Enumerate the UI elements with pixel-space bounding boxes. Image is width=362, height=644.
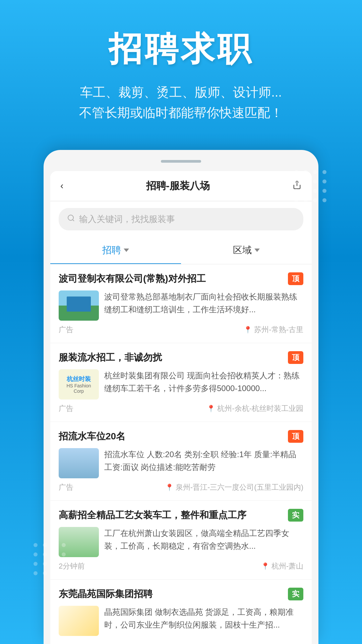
- location-icon: 📍: [207, 405, 215, 413]
- app-screen: ‹ 招聘-服装八场 输入关键词，找找服装事: [50, 171, 312, 644]
- phone-mockup: ‹ 招聘-服装八场 输入关键词，找找服装事: [44, 150, 318, 644]
- job-card-header: 招流水车位20名 顶: [59, 430, 303, 443]
- location-text: 杭州-余杭-杭丝时装工业园: [217, 404, 303, 414]
- hero-subtitle-line1: 车工、裁剪、烫工、版师、设计师...: [20, 82, 342, 103]
- job-location: 📍 杭州-余杭-杭丝时装工业园: [207, 404, 303, 414]
- job-description: 招流水车位 人数:20名 类别:全职 经验:1年 质量:半精品 工资:面议 岗位…: [104, 448, 303, 474]
- job-body: 工厂在杭州萧山女装园区，做高端全精品工艺四季女装，工价高，长期稳定，有宿舍空调热…: [59, 527, 303, 557]
- job-title: 高薪招全精品工艺女装车工，整件和重点工序: [59, 509, 285, 522]
- screen-header: ‹ 招聘-服装八场: [50, 171, 312, 201]
- job-body: 波司登常熟总部基地制衣厂面向社会招收长期服装熟练缝纫工和缝纫工培训生，工作生活环…: [59, 290, 303, 321]
- search-bar[interactable]: 输入关键词，找找服装事: [59, 208, 303, 230]
- list-item[interactable]: 波司登制衣有限公司(常熟)对外招工 顶 波司登常熟总部基地制衣厂面向社会招收长期…: [50, 264, 312, 343]
- job-body: 杭丝时装 HS Fashion Corp 杭丝时装集团有限公司 现面向社会招收精…: [59, 369, 303, 399]
- job-list: 波司登制衣有限公司(常熟)对外招工 顶 波司登常熟总部基地制衣厂面向社会招收长期…: [50, 264, 312, 644]
- brand-subtext: HS Fashion Corp: [61, 383, 96, 394]
- job-location: 📍 苏州-常熟-古里: [244, 325, 303, 335]
- job-card-header: 波司登制衣有限公司(常熟)对外招工 顶: [59, 272, 303, 285]
- list-item[interactable]: 招流水车位20名 顶 招流水车位 人数:20名 类别:全职 经验:1年 质量:半…: [50, 422, 312, 501]
- location-icon: 📍: [244, 326, 252, 334]
- ad-label: 广告: [59, 325, 73, 335]
- phone-handle: [161, 160, 201, 163]
- job-description: 晶苑国际集团 做制衣选晶苑 货源足，工资高，粮期准时，公司东业生产制织位闲服装，…: [104, 606, 303, 632]
- top-badge: 顶: [288, 272, 303, 285]
- search-icon: [67, 214, 75, 224]
- brand-text: 杭丝时装: [61, 375, 96, 383]
- tab-recruit[interactable]: 招聘: [50, 237, 181, 264]
- decorative-dots-right: [294, 170, 328, 204]
- location-text: 泉州-晋江-三六一度公司(五里工业园内): [176, 482, 303, 492]
- list-item[interactable]: 高薪招全精品工艺女装车工，整件和重点工序 实 工厂在杭州萧山女装园区，做高端全精…: [50, 501, 312, 580]
- job-body: 招流水车位 人数:20名 类别:全职 经验:1年 质量:半精品 工资:面议 岗位…: [59, 448, 303, 478]
- hero-section: 招聘求职 车工、裁剪、烫工、版师、设计师... 不管长期或临时都能帮你快速匹配！: [0, 0, 362, 137]
- hero-subtitle: 车工、裁剪、烫工、版师、设计师... 不管长期或临时都能帮你快速匹配！: [20, 82, 342, 123]
- job-location: 📍 杭州-萧山: [261, 561, 303, 571]
- job-footer: 广告 📍 杭州-余杭-杭丝时装工业园: [59, 404, 303, 414]
- job-description: 杭丝时装集团有限公司 现面向社会招收精英人才：熟练缝纫车工若干名，计件多劳多得5…: [104, 369, 303, 395]
- chevron-down-icon: [254, 249, 260, 252]
- decorative-dots-left: [34, 543, 68, 577]
- hero-subtitle-line2: 不管长期或临时都能帮你快速匹配！: [20, 103, 342, 123]
- tab-region-label: 区域: [233, 244, 252, 257]
- svg-line-2: [73, 220, 74, 221]
- job-card-header: 服装流水招工，非诚勿扰 顶: [59, 351, 303, 364]
- back-button[interactable]: ‹: [60, 180, 63, 191]
- job-footer: 广告 📍 苏州-常熟-古里: [59, 325, 303, 335]
- top-badge: 顶: [288, 351, 303, 364]
- filter-tabs: 招聘 区域: [50, 237, 312, 264]
- job-title: 东莞晶苑国际集团招聘: [59, 588, 285, 600]
- job-card-header: 高薪招全精品工艺女装车工，整件和重点工序 实: [59, 509, 303, 522]
- job-description: 波司登常熟总部基地制衣厂面向社会招收长期服装熟练缝纫工和缝纫工培训生，工作生活环…: [104, 290, 303, 316]
- job-description: 工厂在杭州萧山女装园区，做高端全精品工艺四季女装，工价高，长期稳定，有宿舍空调热…: [104, 527, 303, 553]
- job-image: [59, 606, 99, 636]
- svg-point-1: [68, 215, 73, 220]
- list-item[interactable]: 服装流水招工，非诚勿扰 顶 杭丝时装 HS Fashion Corp 杭丝时装集…: [50, 343, 312, 422]
- job-title: 波司登制衣有限公司(常熟)对外招工: [59, 272, 285, 285]
- location-text: 杭州-萧山: [272, 561, 303, 571]
- job-body: 晶苑国际集团 做制衣选晶苑 货源足，工资高，粮期准时，公司东业生产制织位闲服装，…: [59, 606, 303, 636]
- chevron-down-icon: [124, 249, 129, 252]
- job-image: 杭丝时装 HS Fashion Corp: [59, 369, 99, 399]
- job-location: 📍 泉州-晋江-三六一度公司(五里工业园内): [165, 482, 303, 492]
- location-text: 苏州-常熟-古里: [254, 325, 303, 335]
- ad-label: 广告: [59, 404, 73, 414]
- tab-region[interactable]: 区域: [181, 237, 312, 264]
- screen-title: 招聘-服装八场: [146, 179, 210, 193]
- job-card-header: 东莞晶苑国际集团招聘 实: [59, 588, 303, 600]
- search-placeholder: 输入关键词，找找服装事: [79, 213, 175, 225]
- real-badge: 实: [288, 509, 303, 522]
- job-image: [59, 448, 99, 478]
- job-footer: 2分钟前 📍 杭州-萧山: [59, 561, 303, 571]
- job-image: [59, 290, 99, 321]
- location-icon: 📍: [261, 562, 269, 570]
- tab-recruit-label: 招聘: [102, 244, 121, 257]
- hero-title: 招聘求职: [20, 27, 342, 72]
- ad-label: 广告: [59, 482, 73, 492]
- list-item[interactable]: 东莞晶苑国际集团招聘 实 晶苑国际集团 做制衣选晶苑 货源足，工资高，粮期准时，…: [50, 580, 312, 644]
- location-icon: 📍: [165, 483, 174, 491]
- job-title: 招流水车位20名: [59, 430, 285, 443]
- top-badge: 顶: [288, 430, 303, 443]
- job-footer: 广告 📍 泉州-晋江-三六一度公司(五里工业园内): [59, 482, 303, 492]
- job-title: 服装流水招工，非诚勿扰: [59, 351, 285, 364]
- real-badge: 实: [288, 588, 303, 600]
